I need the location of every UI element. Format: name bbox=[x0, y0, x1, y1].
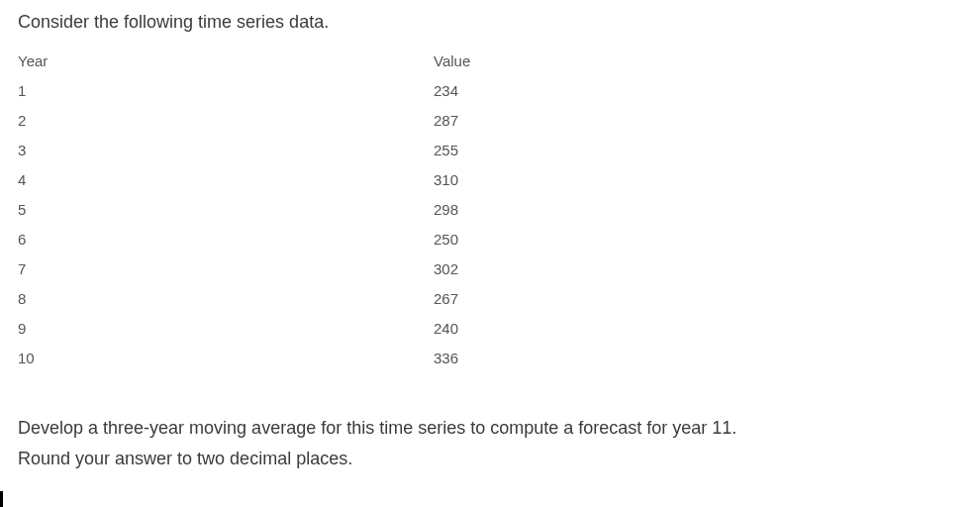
cell-value: 287 bbox=[434, 106, 731, 136]
cell-year: 1 bbox=[18, 76, 434, 106]
cell-year: 5 bbox=[18, 195, 434, 225]
table-row: 6 250 bbox=[18, 225, 731, 254]
cell-value: 240 bbox=[434, 314, 731, 344]
table-row: 2 287 bbox=[18, 106, 731, 136]
cell-value: 298 bbox=[434, 195, 731, 225]
time-series-table: Year Value 1 234 2 287 3 255 4 310 5 298… bbox=[18, 47, 731, 373]
text-cursor bbox=[0, 491, 3, 507]
cell-year: 10 bbox=[18, 344, 434, 373]
header-year: Year bbox=[18, 47, 434, 76]
cell-year: 9 bbox=[18, 314, 434, 344]
cell-year: 7 bbox=[18, 254, 434, 284]
table-row: 10 336 bbox=[18, 344, 731, 373]
intro-text: Consider the following time series data. bbox=[18, 12, 962, 33]
question-line-2: Round your answer to two decimal places. bbox=[18, 449, 352, 468]
header-value: Value bbox=[434, 47, 731, 76]
cell-value: 310 bbox=[434, 165, 731, 195]
cell-value: 267 bbox=[434, 284, 731, 314]
cell-year: 2 bbox=[18, 106, 434, 136]
table-row: 4 310 bbox=[18, 165, 731, 195]
table-row: 9 240 bbox=[18, 314, 731, 344]
cell-value: 302 bbox=[434, 254, 731, 284]
table-row: 1 234 bbox=[18, 76, 731, 106]
cell-year: 8 bbox=[18, 284, 434, 314]
cell-value: 234 bbox=[434, 76, 731, 106]
cell-value: 250 bbox=[434, 225, 731, 254]
cell-year: 6 bbox=[18, 225, 434, 254]
table-row: 5 298 bbox=[18, 195, 731, 225]
cell-value: 255 bbox=[434, 136, 731, 165]
question-text: Develop a three-year moving average for … bbox=[18, 413, 962, 473]
table-row: 3 255 bbox=[18, 136, 731, 165]
cell-value: 336 bbox=[434, 344, 731, 373]
question-line-1: Develop a three-year moving average for … bbox=[18, 418, 736, 438]
cell-year: 4 bbox=[18, 165, 434, 195]
cell-year: 3 bbox=[18, 136, 434, 165]
table-row: 7 302 bbox=[18, 254, 731, 284]
table-row: 8 267 bbox=[18, 284, 731, 314]
table-header-row: Year Value bbox=[18, 47, 731, 76]
